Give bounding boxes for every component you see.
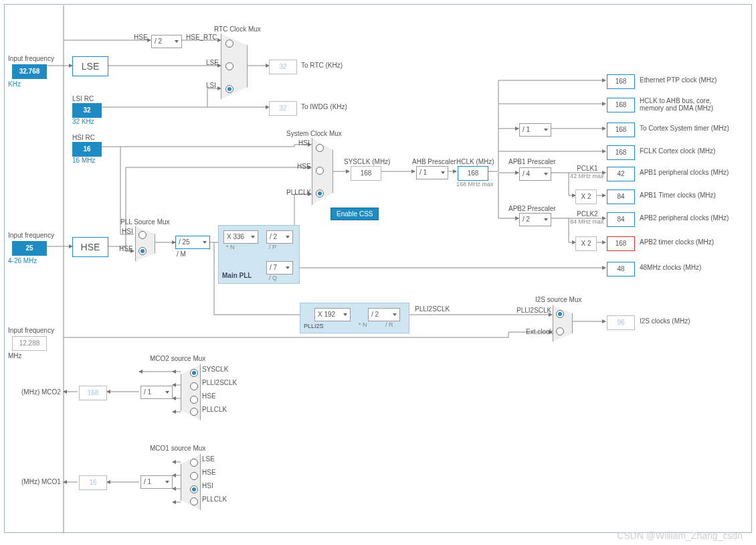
sysclk-pllclk: PLLCLK <box>286 189 311 196</box>
mco2-div[interactable]: / 1 <box>140 386 173 399</box>
input-freq-lse-label: Input frequency <box>8 55 54 62</box>
fclk-lbl: FCLK Cortex clock (MHz) <box>640 147 715 155</box>
clk48-lbl: 48MHz clocks (MHz) <box>640 264 701 271</box>
lse-osc[interactable]: LSE <box>72 56 108 76</box>
i2s-ext-unit: MHz <box>8 352 22 360</box>
hse-osc[interactable]: HSE <box>72 237 108 257</box>
apb2-tim-val: 168 <box>607 236 635 251</box>
mco2-sysclk: SYSCLK <box>202 366 228 373</box>
pllq-lbl: / Q <box>269 275 277 281</box>
lsi-sig: LSI <box>206 82 216 89</box>
i2sr-sel[interactable]: / 2 <box>368 308 400 321</box>
rtc-out: 32 <box>269 60 297 74</box>
apb2-tim-mul: X 2 <box>575 236 597 251</box>
to-rtc-label: To RTC (KHz) <box>301 62 343 69</box>
mco2-hse: HSE <box>202 392 216 400</box>
apb2-div[interactable]: / 2 <box>519 213 551 226</box>
hclk-bus-val: 168 <box>607 98 635 112</box>
mco1-pllclk: PLLCLK <box>202 495 227 503</box>
lse-sig: LSE <box>206 59 219 66</box>
rtc-mux-title: RTC Clock Mux <box>214 25 261 33</box>
iwdg-out: 32 <box>269 101 297 116</box>
hsi-rc-label: HSI RC <box>72 134 95 141</box>
apb2-per-lbl: APB2 peripheral clocks (MHz) <box>640 214 729 222</box>
input-freq-hse-label: Input frequency <box>8 232 54 239</box>
hclk-label: HCLK (MHz) <box>456 158 494 165</box>
apb1-pre-lbl: APB1 Prescaler <box>508 158 556 165</box>
mco2-val: 168 <box>79 386 107 400</box>
i2s-mux-plli2s: PLLI2SCLK <box>516 307 551 314</box>
hse-rtc-sig: HSE_RTC <box>186 33 217 41</box>
pllq-sel[interactable]: / 7 <box>266 261 293 275</box>
sysclk-label: SYSCLK (MHz) <box>344 158 390 165</box>
ahb-pre-label: AHB Prescaler <box>412 158 456 165</box>
hsi-unit: 16 MHz <box>72 157 95 164</box>
apb1-tim-lbl: APB1 Timer clocks (MHz) <box>640 191 716 199</box>
main-pll-title: Main PLL <box>222 272 252 279</box>
hclk-bus-lbl1: HCLK to AHB bus, core, <box>640 97 711 104</box>
pclk2-lbl: PCLK2 <box>577 210 598 218</box>
pclk2-val: 84 <box>607 212 635 227</box>
apb1-div[interactable]: / 4 <box>519 167 551 181</box>
mco1-lbl: (MHz) MCO1 <box>21 478 61 485</box>
hse-value[interactable]: 25 <box>12 241 47 256</box>
lse-unit: KHz <box>8 80 21 88</box>
pll-src-hsi: HSI <box>122 228 133 235</box>
fclk-val: 168 <box>607 145 635 160</box>
i2s-mux-ext: Ext.clock <box>526 328 553 335</box>
clk48-val: 48 <box>607 262 635 277</box>
mco2-mux-title: MCO2 source Mux <box>150 355 205 362</box>
mco2-plli2s: PLLI2SCLK <box>202 379 237 386</box>
rtc-hse-div[interactable]: / 2 <box>151 35 182 48</box>
cortex-sys-lbl: To Cortex System timer (MHz) <box>640 125 729 132</box>
pllm-sel[interactable]: / 25 <box>175 236 210 249</box>
pclk2-max: 84 MHz max <box>570 218 604 225</box>
pll-src-hse: HSE <box>119 245 133 252</box>
mco1-div[interactable]: / 1 <box>140 475 173 489</box>
mco1-val: 16 <box>79 475 107 490</box>
pclk1-max: 42 MHz max <box>570 173 604 179</box>
apb1-per-lbl: APB1 peripheral clocks (MHz) <box>640 169 729 176</box>
apb2-tim-lbl: APB2 timer clocks (MHz) <box>640 238 714 246</box>
ahb-pre-sel[interactable]: / 1 <box>416 166 448 179</box>
mco1-lse: LSE <box>202 455 215 463</box>
i2s-val: 96 <box>607 315 635 330</box>
to-iwdg-label: To IWDG (KHz) <box>301 103 347 110</box>
sysclk-hsi: HSI <box>298 139 310 147</box>
enable-css-button[interactable]: Enable CSS <box>330 208 379 220</box>
pll-src-title: PLL Source Mux <box>120 218 170 226</box>
sysclk-mux-title: System Clock Mux <box>286 130 342 137</box>
i2sn-sel[interactable]: X 192 <box>314 308 351 321</box>
mco2-pllclk: PLLCLK <box>202 406 227 413</box>
i2sr-lbl: / R <box>385 321 393 328</box>
sysclk-value: 168 <box>351 166 381 181</box>
hsi-value: 16 <box>72 142 102 157</box>
lsi-rc-label: LSI RC <box>72 95 94 102</box>
cortex-div[interactable]: / 1 <box>519 123 551 137</box>
mco1-hse: HSE <box>202 469 216 476</box>
mco1-mux-title: MCO1 source Mux <box>150 445 205 452</box>
plln-sel[interactable]: X 336 <box>223 230 258 244</box>
pllm-lbl: / M <box>177 250 186 258</box>
plli2sclk-sig: PLLI2SCLK <box>415 305 450 313</box>
plli2s-title: PLLI2S <box>304 323 324 329</box>
pllp-sel[interactable]: / 2 <box>266 230 293 244</box>
apb2-pre-lbl: APB2 Prescaler <box>508 205 556 212</box>
input-freq-i2s-label: Input frequency <box>8 327 54 334</box>
eth-ptp-val: 168 <box>607 74 635 89</box>
lse-value[interactable]: 32.768 <box>12 64 47 79</box>
hclk-value[interactable]: 168 <box>458 166 488 181</box>
apb1-tim-val: 84 <box>607 189 635 204</box>
mco1-hsi: HSI <box>202 482 213 489</box>
eth-ptp-lbl: Ethernet PTP clock (MHz) <box>640 76 717 84</box>
i2s-mux-title: I2S source Mux <box>535 296 581 303</box>
i2s-ext-value[interactable]: 12.288 <box>12 336 47 351</box>
mco2-lbl: (MHz) MCO2 <box>21 388 61 396</box>
i2sn-lbl: * N <box>359 321 367 328</box>
cortex-sys-val: 168 <box>607 123 635 137</box>
hclk-bus-lbl2: memory and DMA (MHz) <box>640 104 713 112</box>
plln-lbl: * N <box>226 244 235 250</box>
apb1-tim-mul: X 2 <box>575 189 597 204</box>
pclk1-val: 42 <box>607 167 635 181</box>
pclk1-lbl: PCLK1 <box>577 165 598 172</box>
